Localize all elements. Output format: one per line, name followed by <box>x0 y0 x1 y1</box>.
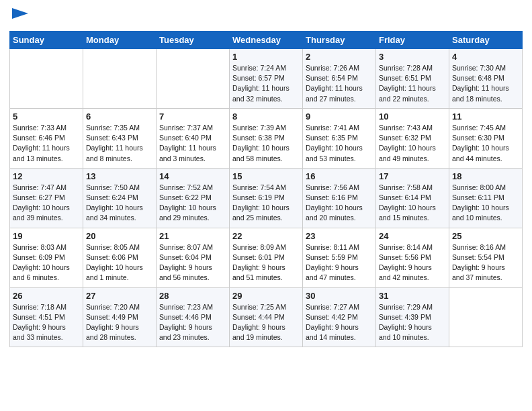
day-info: Sunrise: 7:47 AMSunset: 6:27 PMDaylight:… <box>13 183 80 224</box>
calendar-page: SundayMondayTuesdayWednesdayThursdayFrid… <box>0 0 532 357</box>
day-number: 15 <box>232 171 300 181</box>
calendar-cell: 1Sunrise: 7:24 AMSunset: 6:57 PMDaylight… <box>230 49 303 109</box>
day-info: Sunrise: 7:50 AMSunset: 6:24 PMDaylight:… <box>86 183 153 224</box>
weekday-header: Thursday <box>303 32 376 49</box>
day-info: Sunrise: 7:33 AMSunset: 6:46 PMDaylight:… <box>13 123 80 164</box>
weekday-header-row: SundayMondayTuesdayWednesdayThursdayFrid… <box>10 32 523 49</box>
calendar-cell: 10Sunrise: 7:43 AMSunset: 6:32 PMDayligh… <box>376 108 449 168</box>
day-number: 24 <box>379 231 446 241</box>
day-number: 19 <box>13 231 80 241</box>
calendar-cell <box>157 49 230 109</box>
day-number: 11 <box>452 111 519 122</box>
calendar-cell: 17Sunrise: 7:58 AMSunset: 6:14 PMDayligh… <box>376 168 449 228</box>
day-number: 27 <box>86 291 153 301</box>
calendar-week-row: 12Sunrise: 7:47 AMSunset: 6:27 PMDayligh… <box>10 168 523 228</box>
calendar-cell: 15Sunrise: 7:54 AMSunset: 6:19 PMDayligh… <box>230 168 303 228</box>
day-number: 5 <box>13 111 80 122</box>
calendar-cell: 11Sunrise: 7:45 AMSunset: 6:30 PMDayligh… <box>449 108 523 168</box>
day-info: Sunrise: 8:07 AMSunset: 6:04 PMDaylight:… <box>159 242 226 283</box>
day-info: Sunrise: 7:56 AMSunset: 6:16 PMDaylight:… <box>306 183 373 224</box>
day-number: 28 <box>159 291 226 301</box>
day-number: 26 <box>13 291 80 301</box>
weekday-header: Monday <box>83 32 157 49</box>
calendar-cell: 27Sunrise: 7:20 AMSunset: 4:49 PMDayligh… <box>83 287 157 347</box>
weekday-header: Wednesday <box>230 32 303 49</box>
calendar-cell: 2Sunrise: 7:26 AMSunset: 6:54 PMDaylight… <box>303 49 376 109</box>
day-number: 3 <box>379 52 446 62</box>
day-info: Sunrise: 8:16 AMSunset: 5:54 PMDaylight:… <box>452 242 519 283</box>
day-number: 6 <box>86 111 153 122</box>
svg-marker-0 <box>12 8 28 19</box>
calendar-cell: 5Sunrise: 7:33 AMSunset: 6:46 PMDaylight… <box>10 108 83 168</box>
day-number: 31 <box>379 291 446 301</box>
calendar-cell: 16Sunrise: 7:56 AMSunset: 6:16 PMDayligh… <box>303 168 376 228</box>
day-number: 9 <box>306 111 373 122</box>
calendar-cell: 21Sunrise: 8:07 AMSunset: 6:04 PMDayligh… <box>157 228 230 287</box>
calendar-cell: 8Sunrise: 7:39 AMSunset: 6:38 PMDaylight… <box>230 108 303 168</box>
calendar-cell <box>10 49 83 109</box>
calendar-cell: 20Sunrise: 8:05 AMSunset: 6:06 PMDayligh… <box>83 228 157 287</box>
calendar-cell: 28Sunrise: 7:23 AMSunset: 4:46 PMDayligh… <box>157 287 230 347</box>
day-info: Sunrise: 7:43 AMSunset: 6:32 PMDaylight:… <box>379 123 446 164</box>
calendar-table: SundayMondayTuesdayWednesdayThursdayFrid… <box>9 31 523 347</box>
day-number: 10 <box>379 111 446 122</box>
logo-icon <box>11 4 30 23</box>
day-info: Sunrise: 7:26 AMSunset: 6:54 PMDaylight:… <box>306 63 373 104</box>
day-info: Sunrise: 7:45 AMSunset: 6:30 PMDaylight:… <box>452 123 519 164</box>
calendar-cell <box>83 49 157 109</box>
day-info: Sunrise: 8:14 AMSunset: 5:56 PMDaylight:… <box>379 242 446 283</box>
day-number: 2 <box>306 52 373 62</box>
calendar-cell: 18Sunrise: 8:00 AMSunset: 6:11 PMDayligh… <box>449 168 523 228</box>
calendar-cell: 9Sunrise: 7:41 AMSunset: 6:35 PMDaylight… <box>303 108 376 168</box>
day-number: 12 <box>13 171 80 181</box>
calendar-week-row: 5Sunrise: 7:33 AMSunset: 6:46 PMDaylight… <box>10 108 523 168</box>
day-info: Sunrise: 7:30 AMSunset: 6:48 PMDaylight:… <box>452 63 519 104</box>
calendar-cell: 23Sunrise: 8:11 AMSunset: 5:59 PMDayligh… <box>303 228 376 287</box>
day-info: Sunrise: 8:05 AMSunset: 6:06 PMDaylight:… <box>86 242 153 283</box>
day-number: 20 <box>86 231 153 241</box>
calendar-cell: 26Sunrise: 7:18 AMSunset: 4:51 PMDayligh… <box>10 287 83 347</box>
calendar-cell: 3Sunrise: 7:28 AMSunset: 6:51 PMDaylight… <box>376 49 449 109</box>
day-info: Sunrise: 7:41 AMSunset: 6:35 PMDaylight:… <box>306 123 373 164</box>
calendar-week-row: 19Sunrise: 8:03 AMSunset: 6:09 PMDayligh… <box>10 228 523 287</box>
day-info: Sunrise: 7:54 AMSunset: 6:19 PMDaylight:… <box>232 183 300 224</box>
calendar-cell: 13Sunrise: 7:50 AMSunset: 6:24 PMDayligh… <box>83 168 157 228</box>
day-info: Sunrise: 7:52 AMSunset: 6:22 PMDaylight:… <box>159 183 226 224</box>
day-info: Sunrise: 7:39 AMSunset: 6:38 PMDaylight:… <box>232 123 300 164</box>
weekday-header: Sunday <box>10 32 83 49</box>
day-number: 17 <box>379 171 446 181</box>
calendar-cell: 24Sunrise: 8:14 AMSunset: 5:56 PMDayligh… <box>376 228 449 287</box>
calendar-week-row: 1Sunrise: 7:24 AMSunset: 6:57 PMDaylight… <box>10 49 523 109</box>
weekday-header: Friday <box>376 32 449 49</box>
calendar-cell: 29Sunrise: 7:25 AMSunset: 4:44 PMDayligh… <box>230 287 303 347</box>
day-info: Sunrise: 7:24 AMSunset: 6:57 PMDaylight:… <box>232 63 300 104</box>
day-info: Sunrise: 7:23 AMSunset: 4:46 PMDaylight:… <box>159 302 226 343</box>
calendar-cell: 25Sunrise: 8:16 AMSunset: 5:54 PMDayligh… <box>449 228 523 287</box>
day-info: Sunrise: 8:00 AMSunset: 6:11 PMDaylight:… <box>452 183 519 224</box>
day-number: 21 <box>159 231 226 241</box>
day-number: 25 <box>452 231 519 241</box>
calendar-cell: 22Sunrise: 8:09 AMSunset: 6:01 PMDayligh… <box>230 228 303 287</box>
day-number: 13 <box>86 171 153 181</box>
day-number: 29 <box>232 291 300 301</box>
day-info: Sunrise: 8:03 AMSunset: 6:09 PMDaylight:… <box>13 242 80 283</box>
day-info: Sunrise: 7:25 AMSunset: 4:44 PMDaylight:… <box>232 302 300 343</box>
day-number: 14 <box>159 171 226 181</box>
calendar-cell: 4Sunrise: 7:30 AMSunset: 6:48 PMDaylight… <box>449 49 523 109</box>
calendar-cell: 19Sunrise: 8:03 AMSunset: 6:09 PMDayligh… <box>10 228 83 287</box>
weekday-header: Tuesday <box>157 32 230 49</box>
logo <box>9 7 30 26</box>
day-info: Sunrise: 8:09 AMSunset: 6:01 PMDaylight:… <box>232 242 300 283</box>
day-info: Sunrise: 7:58 AMSunset: 6:14 PMDaylight:… <box>379 183 446 224</box>
day-info: Sunrise: 7:18 AMSunset: 4:51 PMDaylight:… <box>13 302 80 343</box>
day-info: Sunrise: 8:11 AMSunset: 5:59 PMDaylight:… <box>306 242 373 283</box>
calendar-cell <box>449 287 523 347</box>
calendar-cell: 6Sunrise: 7:35 AMSunset: 6:43 PMDaylight… <box>83 108 157 168</box>
day-number: 22 <box>232 231 300 241</box>
calendar-cell: 12Sunrise: 7:47 AMSunset: 6:27 PMDayligh… <box>10 168 83 228</box>
calendar-cell: 14Sunrise: 7:52 AMSunset: 6:22 PMDayligh… <box>157 168 230 228</box>
day-number: 30 <box>306 291 373 301</box>
day-number: 23 <box>306 231 373 241</box>
header <box>9 7 523 26</box>
calendar-cell: 7Sunrise: 7:37 AMSunset: 6:40 PMDaylight… <box>157 108 230 168</box>
